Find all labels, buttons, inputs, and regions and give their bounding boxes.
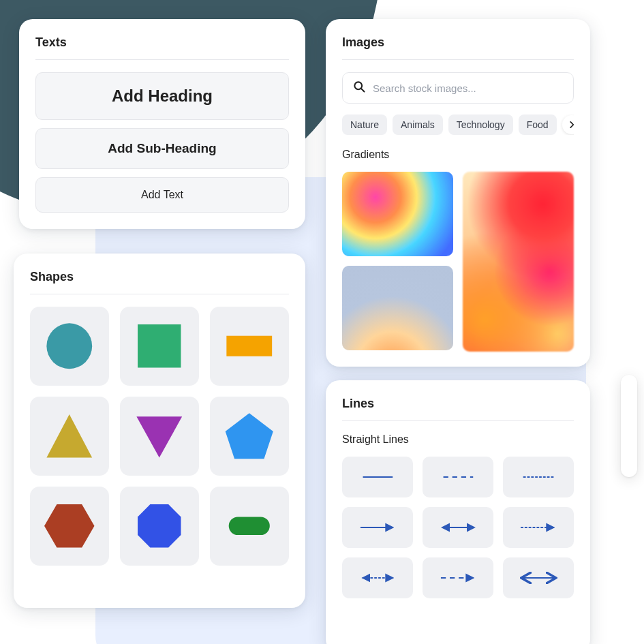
lines-panel: Lines Straight Lines xyxy=(326,380,590,644)
shape-square[interactable] xyxy=(120,307,199,386)
gradient-tile-2[interactable] xyxy=(463,172,574,352)
line-dashed[interactable] xyxy=(423,457,493,497)
line-dotted-arrow-both[interactable] xyxy=(342,557,413,598)
search-icon xyxy=(352,80,366,96)
svg-rect-8 xyxy=(229,517,270,536)
svg-marker-4 xyxy=(137,417,183,458)
chip-animals[interactable]: Animals xyxy=(393,114,443,135)
line-dotted[interactable] xyxy=(503,457,574,497)
shape-rectangle[interactable] xyxy=(210,307,289,386)
texts-panel: Texts Add Heading Add Sub-Heading Add Te… xyxy=(19,19,305,229)
line-dashed-arrow-right[interactable] xyxy=(423,557,493,598)
shape-circle[interactable] xyxy=(30,307,109,386)
add-heading-button[interactable]: Add Heading xyxy=(35,72,289,120)
svg-marker-7 xyxy=(138,504,181,547)
line-arrow-right[interactable] xyxy=(342,507,413,548)
shape-triangle-down[interactable] xyxy=(120,397,199,476)
shape-octagon[interactable] xyxy=(120,487,199,566)
shape-triangle-up[interactable] xyxy=(30,397,109,476)
gradients-subtitle: Gradients xyxy=(342,149,574,161)
image-search[interactable] xyxy=(342,72,574,104)
svg-rect-2 xyxy=(227,336,273,356)
image-category-chips: Nature Animals Technology Food xyxy=(342,114,574,135)
svg-marker-3 xyxy=(47,414,93,457)
lines-title: Lines xyxy=(342,397,574,421)
svg-point-9 xyxy=(354,82,362,89)
svg-marker-5 xyxy=(226,414,273,459)
chip-food[interactable]: Food xyxy=(519,114,557,135)
svg-rect-1 xyxy=(138,324,181,367)
line-solid[interactable] xyxy=(342,457,413,497)
shape-hexagon[interactable] xyxy=(30,487,109,566)
texts-title: Texts xyxy=(35,35,289,60)
lines-subtitle: Straight Lines xyxy=(342,433,574,446)
shape-pentagon[interactable] xyxy=(210,397,289,476)
line-dotted-arrow-right[interactable] xyxy=(503,507,574,548)
gradient-tile-1[interactable] xyxy=(342,172,453,256)
add-subheading-button[interactable]: Add Sub-Heading xyxy=(35,128,289,169)
shape-capsule[interactable] xyxy=(210,487,289,566)
line-arrow-both[interactable] xyxy=(423,507,493,548)
gradient-tile-3[interactable] xyxy=(342,266,453,350)
add-text-button[interactable]: Add Text xyxy=(35,177,289,213)
scrollbar-handle[interactable] xyxy=(621,375,637,477)
svg-point-0 xyxy=(47,324,93,369)
images-panel: Images Nature Animals Technology Food Gr… xyxy=(326,19,590,367)
svg-marker-6 xyxy=(44,504,94,547)
chevron-right-icon xyxy=(567,120,574,129)
shapes-title: Shapes xyxy=(30,270,289,294)
line-open-arrow-both[interactable] xyxy=(503,557,574,598)
image-search-input[interactable] xyxy=(373,82,564,94)
chip-technology[interactable]: Technology xyxy=(448,114,513,135)
chip-nature[interactable]: Nature xyxy=(342,114,387,135)
svg-line-10 xyxy=(361,89,364,91)
shapes-panel: Shapes xyxy=(14,254,305,608)
images-title: Images xyxy=(342,35,574,60)
chips-scroll-right[interactable] xyxy=(562,115,574,134)
